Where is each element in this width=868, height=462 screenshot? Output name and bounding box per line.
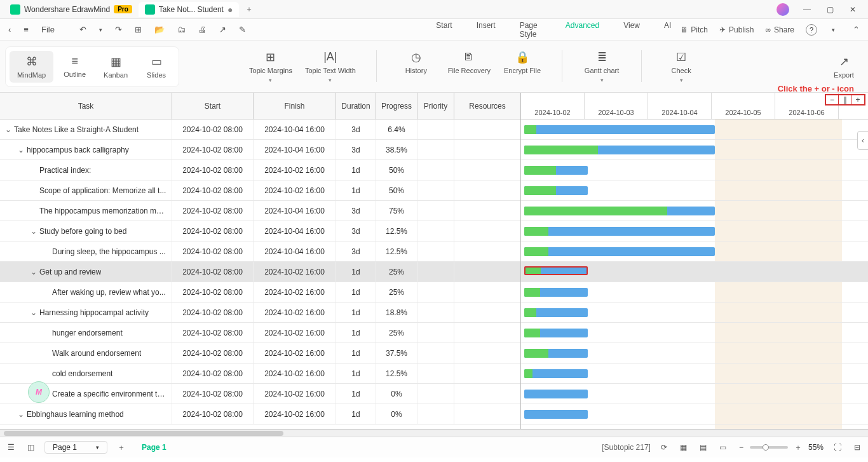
collapse-icon[interactable]: ⌄ <box>31 268 39 276</box>
gantt-bar[interactable] <box>524 390 588 398</box>
tool-history[interactable]: ◷History <box>397 50 435 83</box>
menu-view[interactable]: View <box>621 17 642 43</box>
task-row[interactable]: Create a specific environment to... 2024… <box>0 384 520 404</box>
tool-encrypt-file[interactable]: 🔒Encrypt File <box>503 50 541 83</box>
zoom-slider-icon[interactable]: ‖ <box>839 95 851 104</box>
export-button[interactable]: ↗ Export <box>825 55 863 79</box>
export-quick-button[interactable]: ↗ <box>216 23 229 36</box>
header-resources[interactable]: Resources <box>454 93 520 119</box>
gantt-row[interactable] <box>521 140 868 160</box>
hamburger-icon[interactable]: ≡ <box>20 23 32 36</box>
app-tab[interactable]: Wondershare EdrawMind Pro <box>4 2 139 17</box>
collapse-side-button[interactable]: ‹ <box>857 131 868 150</box>
gantt-bar[interactable] <box>524 308 588 317</box>
gantt-row[interactable] <box>521 241 868 262</box>
user-avatar[interactable] <box>776 3 789 16</box>
back-button[interactable]: ‹ <box>5 23 14 36</box>
pitch-button[interactable]: 🖥Pitch <box>680 25 708 34</box>
undo-drop-icon[interactable]: ▾ <box>96 25 105 35</box>
book-view-icon[interactable]: ▭ <box>717 442 729 453</box>
collapse-icon[interactable]: ⌄ <box>31 227 39 236</box>
gantt-bar[interactable] <box>524 349 588 358</box>
task-row[interactable]: The hippocampus memorization me... 2024-… <box>0 201 520 221</box>
task-row[interactable]: cold endorsement 2024-10-02 08:00 2024-1… <box>0 363 520 384</box>
zoom-in-button[interactable]: + <box>851 95 864 104</box>
header-duration[interactable]: Duration <box>336 93 376 119</box>
view-mindmap[interactable]: ⌘MindMap <box>10 51 53 83</box>
zoom-in-status[interactable]: ＋ <box>792 441 804 454</box>
gantt-row[interactable] <box>521 302 868 323</box>
new-tab-button[interactable]: ＋ <box>239 1 259 17</box>
collapse-icon[interactable]: ⌄ <box>5 125 14 134</box>
list-view-icon[interactable]: ▤ <box>697 442 709 453</box>
split-view-icon[interactable]: ◫ <box>25 442 37 453</box>
header-task[interactable]: Task <box>0 93 172 119</box>
open-file-button[interactable]: 📂 <box>151 23 168 36</box>
minimize-status-icon[interactable]: ⊟ <box>851 442 863 453</box>
gantt-bar[interactable] <box>524 266 588 275</box>
collapse-icon[interactable]: ⌄ <box>18 146 27 154</box>
view-outline[interactable]: ≡Outline <box>56 51 93 83</box>
tool-topic-margins[interactable]: ⊞Topic Margins▾ <box>249 50 292 83</box>
gantt-bar[interactable] <box>524 125 715 134</box>
help-drop-icon[interactable]: ▾ <box>829 25 838 35</box>
horizontal-scrollbar[interactable] <box>0 430 868 437</box>
menu-insert[interactable]: Insert <box>474 17 498 43</box>
task-row[interactable]: Walk around endorsement 2024-10-02 08:00… <box>0 343 520 363</box>
collapse-ribbon-button[interactable]: ⌃ <box>850 23 863 36</box>
gantt-row[interactable] <box>521 282 868 302</box>
gantt-row[interactable] <box>521 404 868 425</box>
task-row[interactable]: Scope of application: Memorize all t... … <box>0 180 520 201</box>
view-kanban[interactable]: ▦Kanban <box>96 51 135 83</box>
task-row[interactable]: ⌄Ebbinghaus learning method 2024-10-02 0… <box>0 404 520 425</box>
task-row[interactable]: ⌄Get up and review 2024-10-02 08:00 2024… <box>0 262 520 282</box>
task-row[interactable]: After waking up, review what yo... 2024-… <box>0 282 520 302</box>
menu-start[interactable]: Start <box>433 17 454 43</box>
save-button[interactable]: 🗂 <box>174 23 189 36</box>
task-row[interactable]: ⌄Study before going to bed 2024-10-02 08… <box>0 221 520 241</box>
gantt-row[interactable] <box>521 343 868 363</box>
maximize-button[interactable]: ▢ <box>818 5 841 14</box>
collapse-icon[interactable]: ⌄ <box>31 308 39 317</box>
gantt-bar[interactable] <box>524 288 588 297</box>
close-button[interactable]: ✕ <box>841 5 864 14</box>
tool-file-recovery[interactable]: 🗎File Recovery <box>448 50 491 83</box>
print-button[interactable]: 🖨 <box>195 23 210 36</box>
gantt-bar[interactable] <box>524 166 588 175</box>
outline-toggle-icon[interactable]: ☰ <box>5 442 17 453</box>
gantt-row[interactable] <box>521 201 868 221</box>
minimize-button[interactable]: — <box>796 5 818 14</box>
task-row[interactable]: Practical index: 2024-10-02 08:00 2024-1… <box>0 160 520 180</box>
tool-gantt-chart[interactable]: ≣Gantt chart▾ <box>583 50 621 83</box>
menu-advanced[interactable]: Advanced <box>563 17 602 43</box>
gantt-bar[interactable] <box>524 329 588 337</box>
gantt-row[interactable] <box>521 384 868 404</box>
gantt-row[interactable] <box>521 262 868 282</box>
gantt-bar[interactable] <box>524 410 588 419</box>
header-progress[interactable]: Progress <box>376 93 417 119</box>
header-priority[interactable]: Priority <box>417 93 454 119</box>
collapse-icon[interactable]: ⌄ <box>18 410 27 419</box>
file-menu[interactable]: File <box>38 23 58 36</box>
add-page-button[interactable]: ＋ <box>115 441 128 454</box>
zoom-out-status[interactable]: − <box>736 442 746 453</box>
edit-quick-button[interactable]: ✎ <box>236 23 249 36</box>
gantt-row[interactable] <box>521 180 868 201</box>
menu-page-style[interactable]: Page Style <box>517 17 544 43</box>
task-row[interactable]: During sleep, the hippocampus ... 2024-1… <box>0 241 520 262</box>
tool-topic-text-width[interactable]: |A|Topic Text Width▾ <box>305 50 356 83</box>
gantt-bar[interactable] <box>524 369 588 378</box>
gantt-row[interactable] <box>521 221 868 241</box>
gantt-row[interactable] <box>521 323 868 343</box>
gantt-bar[interactable] <box>524 227 715 236</box>
mindmap-badge-icon[interactable]: M <box>28 381 50 403</box>
tool-check[interactable]: ☑Check▾ <box>662 50 700 83</box>
header-start[interactable]: Start <box>172 93 254 119</box>
gantt-bar[interactable] <box>524 146 715 154</box>
fit-screen-icon[interactable]: ⛶ <box>831 442 844 453</box>
gantt-row[interactable] <box>521 363 868 384</box>
publish-button[interactable]: ✈Publish <box>719 25 754 34</box>
grid-view-icon[interactable]: ▦ <box>677 442 689 453</box>
view-slides[interactable]: ▭Slides <box>138 51 175 83</box>
gantt-bar[interactable] <box>524 186 588 195</box>
